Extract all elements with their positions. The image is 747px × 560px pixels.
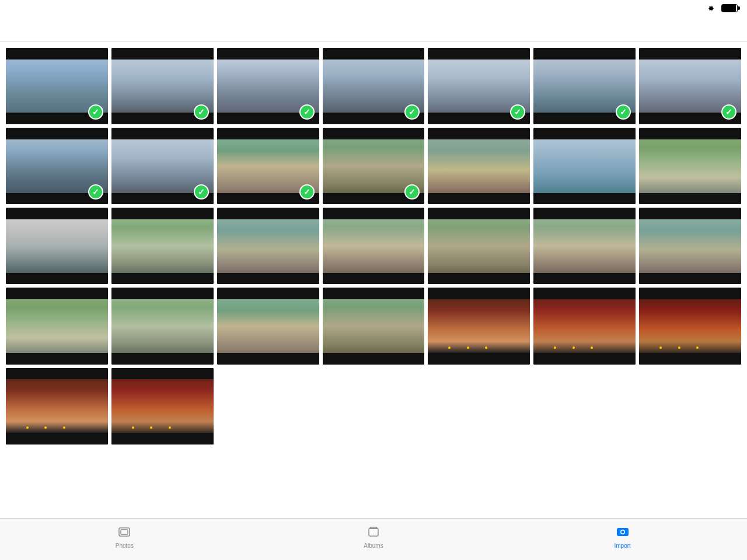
photo-thumb bbox=[111, 288, 214, 364]
svg-rect-2 bbox=[369, 528, 378, 536]
photo-thumb bbox=[639, 208, 741, 284]
photo-thumb bbox=[533, 208, 636, 284]
photo-thumb bbox=[323, 208, 425, 284]
photo-cell[interactable] bbox=[428, 288, 530, 364]
battery-icon bbox=[721, 4, 738, 12]
photo-cell[interactable] bbox=[428, 208, 530, 284]
photo-cell[interactable] bbox=[6, 208, 108, 284]
photo-thumb bbox=[111, 208, 214, 284]
photos-icon bbox=[116, 524, 132, 540]
tab-bar: Photos Albums Import bbox=[0, 518, 747, 560]
checkmark-badge: ✓ bbox=[88, 104, 103, 120]
photo-cell[interactable]: ✓ bbox=[6, 48, 108, 124]
photo-cell[interactable]: ✓ bbox=[533, 48, 636, 124]
photo-grid: ✓✓✓✓✓✓✓✓✓✓✓ bbox=[6, 48, 741, 444]
photo-thumb bbox=[639, 128, 741, 204]
nav-bar bbox=[0, 16, 747, 42]
photo-thumb bbox=[217, 288, 319, 364]
photo-thumb bbox=[6, 208, 108, 284]
photo-cell[interactable]: ✓ bbox=[111, 128, 214, 204]
photo-thumb bbox=[323, 288, 425, 364]
photo-thumb bbox=[428, 208, 530, 284]
photo-cell[interactable] bbox=[533, 208, 636, 284]
photo-cell[interactable] bbox=[533, 128, 636, 204]
photo-cell[interactable] bbox=[639, 208, 741, 284]
photo-cell[interactable] bbox=[6, 288, 108, 364]
photo-thumb bbox=[6, 288, 108, 364]
photo-cell[interactable]: ✓ bbox=[217, 48, 319, 124]
status-bar: ✸ bbox=[0, 0, 747, 16]
bluetooth-icon: ✸ bbox=[708, 4, 714, 13]
photo-thumb bbox=[639, 288, 741, 364]
svg-point-6 bbox=[621, 531, 624, 534]
checkmark-badge: ✓ bbox=[194, 104, 209, 120]
photo-cell[interactable] bbox=[323, 288, 425, 364]
tab-photos[interactable]: Photos bbox=[0, 524, 249, 549]
svg-rect-3 bbox=[370, 527, 377, 528]
albums-tab-label: Albums bbox=[364, 542, 383, 549]
photo-cell[interactable] bbox=[428, 128, 530, 204]
photo-cell[interactable]: ✓ bbox=[428, 48, 530, 124]
photo-thumb bbox=[533, 128, 636, 204]
photo-cell[interactable] bbox=[533, 288, 636, 364]
photo-cell[interactable] bbox=[639, 128, 741, 204]
photo-thumb bbox=[428, 128, 530, 204]
tab-import[interactable]: Import bbox=[498, 524, 747, 549]
photo-cell[interactable] bbox=[111, 368, 214, 444]
checkmark-badge: ✓ bbox=[88, 184, 103, 200]
photo-cell[interactable]: ✓ bbox=[323, 128, 425, 204]
albums-icon bbox=[365, 524, 382, 540]
svg-rect-1 bbox=[121, 530, 128, 534]
tab-albums[interactable]: Albums bbox=[249, 524, 498, 549]
photo-thumb bbox=[533, 288, 636, 364]
photo-cell[interactable] bbox=[323, 208, 425, 284]
checkmark-badge: ✓ bbox=[299, 184, 315, 200]
photo-cell[interactable] bbox=[6, 368, 108, 444]
photo-cell[interactable]: ✓ bbox=[323, 48, 425, 124]
photo-thumb bbox=[6, 368, 108, 444]
photo-cell[interactable]: ✓ bbox=[111, 48, 214, 124]
photo-cell[interactable] bbox=[111, 208, 214, 284]
photo-cell[interactable] bbox=[217, 288, 319, 364]
import-icon bbox=[615, 524, 631, 540]
checkmark-badge: ✓ bbox=[194, 184, 209, 200]
photo-cell[interactable] bbox=[111, 288, 214, 364]
photo-cell[interactable] bbox=[639, 288, 741, 364]
photo-thumb bbox=[428, 288, 530, 364]
photo-thumb bbox=[111, 368, 214, 444]
checkmark-badge: ✓ bbox=[299, 104, 315, 120]
checkmark-badge: ✓ bbox=[721, 104, 736, 120]
status-indicators: ✸ bbox=[708, 4, 738, 13]
photo-thumb bbox=[217, 208, 319, 284]
photo-cell[interactable]: ✓ bbox=[217, 128, 319, 204]
photo-cell[interactable] bbox=[217, 208, 319, 284]
import-tab-label: Import bbox=[615, 542, 631, 549]
main-content: ✓✓✓✓✓✓✓✓✓✓✓ bbox=[0, 42, 747, 518]
photo-cell[interactable]: ✓ bbox=[639, 48, 741, 124]
photos-tab-label: Photos bbox=[116, 542, 134, 549]
photo-cell[interactable]: ✓ bbox=[6, 128, 108, 204]
